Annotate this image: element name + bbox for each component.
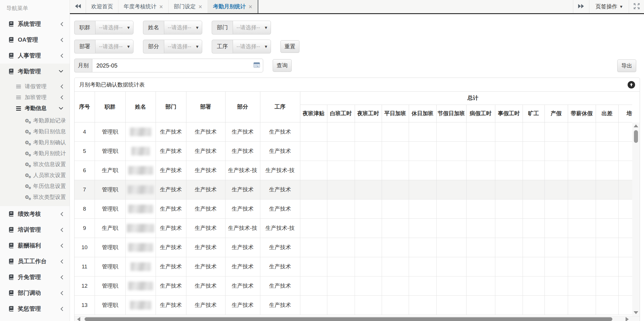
sidebar-item[interactable]: 绩效考核 xyxy=(0,206,70,222)
calendar-icon[interactable] xyxy=(253,62,260,69)
sidebar-leaf-item[interactable]: ⚙⚙ 班次信息设置 xyxy=(0,159,70,170)
caret-down-icon: ▼ xyxy=(620,5,622,9)
tabs-scroll-left-button[interactable] xyxy=(70,0,86,13)
cell-stat xyxy=(409,276,436,295)
sidebar-subitem[interactable]: 加班管理 xyxy=(0,92,70,103)
filter-select[interactable]: --请选择-- ▼ xyxy=(95,21,133,34)
scroll-left-icon[interactable] xyxy=(77,317,80,321)
horizontal-scrollbar-thumb[interactable] xyxy=(85,317,612,321)
sidebar-leaf-item[interactable]: ⚙⚙ 班次类型设置 xyxy=(0,192,70,203)
filter-select[interactable]: --请选择-- ▼ xyxy=(164,21,202,34)
cell-stat xyxy=(544,218,568,238)
filter-select[interactable]: --请选择-- ▼ xyxy=(233,40,271,53)
cell-process: 生产技术 xyxy=(260,180,300,199)
cell-stat xyxy=(300,122,327,141)
cell-process: 生产技术 xyxy=(260,141,300,161)
close-icon[interactable]: × xyxy=(249,4,253,9)
scroll-up-icon[interactable] xyxy=(634,124,638,127)
table-row[interactable]: 5管理职生产技术生产技术生产技术生产技术 xyxy=(74,141,632,161)
cell-section: 生产技术 xyxy=(225,122,260,141)
table-row[interactable]: 4管理职生产技术生产技术生产技术生产技术 xyxy=(74,122,632,141)
cell-section: 生产技术 xyxy=(225,257,260,276)
redacted-name xyxy=(127,224,154,232)
sidebar-subitem[interactable]: 考勤信息 xyxy=(0,103,70,114)
cell-section: 生产技术-技 xyxy=(225,161,260,180)
sidebar-item[interactable]: 系统管理 xyxy=(0,16,70,32)
reset-button[interactable]: 重置 xyxy=(280,40,299,53)
sidebar-title: 导航菜单 xyxy=(0,0,70,12)
export-button[interactable]: 导出 xyxy=(617,59,636,72)
table-row[interactable]: 10管理职生产技术生产技术生产技术生产技术 xyxy=(74,238,632,257)
sidebar-leaf-item[interactable]: ⚙⚙ 年历信息设置 xyxy=(0,181,70,192)
caret-down-icon: ▼ xyxy=(265,45,267,49)
sidebar-leaf-item[interactable]: ⚙⚙ 考勤月别确认 xyxy=(0,137,70,148)
cell-process: 生产技术-技 xyxy=(260,161,300,180)
sidebar-item[interactable]: 升免管理 xyxy=(0,269,70,285)
sidebar-section: 升免管理 xyxy=(0,269,70,285)
filter-select[interactable]: --请选择-- ▼ xyxy=(233,21,271,34)
sidebar-leaf-item[interactable]: ⚙⚙ 考勤日别信息 xyxy=(0,126,70,137)
cell-stat xyxy=(596,161,618,180)
cell-stat xyxy=(327,199,355,218)
table-row[interactable]: 11管理职生产技术生产技术生产技术生产技术 xyxy=(74,257,632,276)
filter-select[interactable]: --请选择-- ▼ xyxy=(95,40,133,53)
sidebar-section: 培训管理 xyxy=(0,222,70,238)
cogs-icon: ⚙⚙ xyxy=(25,162,29,167)
tab[interactable]: 年度考核统计× xyxy=(119,0,169,13)
tab[interactable]: 部门设定× xyxy=(169,0,208,13)
redacted-name xyxy=(128,243,153,252)
scroll-right-icon[interactable] xyxy=(626,317,629,321)
book-icon xyxy=(9,53,14,58)
table-row[interactable]: 12管理职生产技术生产技术生产技术生产技术 xyxy=(74,276,632,295)
table-row[interactable]: 7管理职生产技术生产技术生产技术生产技术 xyxy=(74,180,632,199)
cell-job-group: 生产职 xyxy=(95,218,125,238)
cell-process: 生产技术-技 xyxy=(260,218,300,238)
cell-stat xyxy=(495,141,523,161)
cell-stat xyxy=(466,276,495,295)
cell-division: 生产技术 xyxy=(186,199,225,218)
filter-select[interactable]: --请选择-- ▼ xyxy=(164,40,202,53)
table-row[interactable]: 6生产职生产技术生产技术生产技术-技生产技术-技 xyxy=(74,161,632,180)
table-row[interactable]: 9生产职生产技术生产技术生产技术-技生产技术-技 xyxy=(74,218,632,238)
filter-select-value: --请选择-- xyxy=(236,24,260,31)
month-input[interactable]: 2025-05 xyxy=(92,59,263,72)
sidebar-item[interactable]: 奖惩管理 xyxy=(0,301,70,317)
sidebar-leaf-item[interactable]: ⚙⚙ 考勤月别统计 xyxy=(0,148,70,159)
table-row[interactable]: 13管理职生产技术生产技术生产技术生产技术 xyxy=(74,295,632,315)
vertical-scrollbar-thumb[interactable] xyxy=(634,130,638,143)
chevron-left-icon xyxy=(60,228,63,232)
close-icon[interactable]: × xyxy=(198,4,202,9)
cell-division: 生产技术 xyxy=(186,257,225,276)
scroll-down-icon[interactable] xyxy=(634,311,638,314)
cell-no: 7 xyxy=(74,180,95,199)
sidebar-item[interactable]: 部门调动 xyxy=(0,285,70,301)
sidebar-leaf-item[interactable]: ⚙⚙ 人员班次设置 xyxy=(0,170,70,181)
fullscreen-button[interactable] xyxy=(629,0,644,13)
query-button[interactable]: 查询 xyxy=(273,59,292,72)
tab-operations-dropdown[interactable]: 页签操作 ▼ xyxy=(589,0,629,13)
tab[interactable]: 考勤月别统计× xyxy=(208,0,258,13)
cell-stat xyxy=(596,218,618,238)
cell-stat xyxy=(495,257,523,276)
sidebar-item[interactable]: 培训管理 xyxy=(0,222,70,238)
cell-process: 生产技术 xyxy=(260,199,300,218)
close-icon[interactable]: × xyxy=(159,4,163,9)
sidebar-item[interactable]: 员工工作台 xyxy=(0,253,70,269)
tab[interactable]: 欢迎首页 xyxy=(86,0,119,13)
tabs-scroll-right-button[interactable] xyxy=(573,0,589,13)
sidebar-item[interactable]: OA管理 xyxy=(0,32,70,48)
stat-column-header: 病假工时 xyxy=(466,105,495,122)
cell-no: 13 xyxy=(74,295,95,315)
sidebar-item[interactable]: 人事管理 xyxy=(0,48,70,64)
table-row[interactable]: 8管理职生产技术生产技术生产技术生产技术 xyxy=(74,199,632,218)
sidebar-subitem[interactable]: 请假管理 xyxy=(0,81,70,92)
sidebar-item[interactable]: 考勤管理 xyxy=(0,64,70,79)
cell-stat xyxy=(382,199,409,218)
cell-job-group: 管理职 xyxy=(95,199,125,218)
sidebar-leaf-item[interactable]: ⚙⚙ 考勤原始记录 xyxy=(0,115,70,126)
vertical-scrollbar[interactable] xyxy=(632,122,640,316)
redacted-name xyxy=(128,166,153,175)
sidebar-item[interactable]: 薪酬福利 xyxy=(0,238,70,253)
horizontal-scrollbar[interactable] xyxy=(74,316,640,321)
collapse-up-icon[interactable] xyxy=(628,81,635,89)
